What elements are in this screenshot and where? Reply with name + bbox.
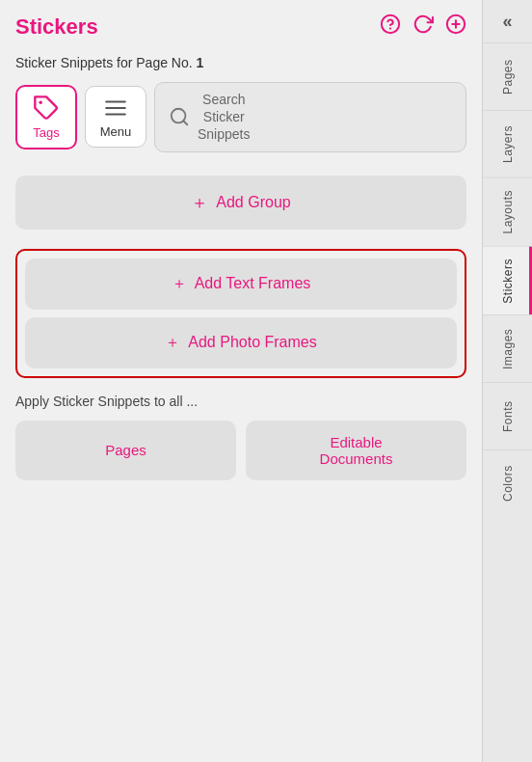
- pages-button[interactable]: Pages: [15, 421, 236, 480]
- main-content: Stickers: [0, 0, 482, 762]
- add-text-frames-plus: ＋: [172, 274, 187, 294]
- add-photo-frames-label: Add Photo Frames: [188, 334, 316, 351]
- editable-line1: Editable: [330, 434, 382, 450]
- add-text-frames-label: Add Text Frames: [195, 275, 311, 292]
- header-icons: [380, 14, 466, 40]
- sidebar-item-pages[interactable]: Pages: [483, 42, 532, 110]
- highlighted-section: ＋ Add Text Frames ＋ Add Photo Frames: [15, 249, 466, 378]
- editable-documents-button[interactable]: Editable Documents: [246, 421, 466, 480]
- sidebar-item-layers[interactable]: Layers: [483, 110, 532, 177]
- refresh-icon[interactable]: [412, 14, 434, 40]
- tags-button[interactable]: Tags: [15, 85, 77, 150]
- add-photo-frames-plus: ＋: [165, 333, 180, 353]
- sidebar-item-fonts[interactable]: Fonts: [483, 382, 532, 449]
- add-group-label: Add Group: [216, 194, 290, 211]
- plus-icon: ＋: [191, 191, 208, 214]
- sidebar-item-images[interactable]: Images: [483, 314, 532, 382]
- add-icon[interactable]: [445, 14, 466, 40]
- add-photo-frames-button[interactable]: ＋ Add Photo Frames: [25, 317, 457, 368]
- sidebar-items: Pages Layers Layouts Stickers Images Fon…: [483, 42, 532, 762]
- menu-label: Menu: [100, 124, 132, 139]
- menu-button[interactable]: Menu: [85, 86, 146, 148]
- add-text-frames-button[interactable]: ＋ Add Text Frames: [25, 259, 457, 310]
- page-subtitle: Sticker Snippets for Page No. 1: [0, 49, 482, 82]
- sidebar-collapse-button[interactable]: «: [483, 0, 532, 42]
- right-sidebar: « Pages Layers Layouts Stickers Images F…: [482, 0, 532, 762]
- svg-line-10: [183, 122, 187, 125]
- page-title: Stickers: [15, 14, 98, 40]
- sidebar-item-layouts[interactable]: Layouts: [483, 177, 532, 246]
- help-icon[interactable]: [380, 14, 401, 40]
- apply-buttons: Pages Editable Documents: [15, 421, 466, 480]
- action-section: ＋ Add Group: [0, 168, 482, 249]
- search-button[interactable]: Search Sticker Snippets: [154, 82, 466, 152]
- editable-line2: Documents: [320, 450, 393, 467]
- toolbar: Tags Menu Search Sticker Snippets: [0, 82, 482, 168]
- tags-label: Tags: [33, 125, 59, 140]
- header: Stickers: [0, 0, 482, 49]
- sidebar-item-stickers[interactable]: Stickers: [483, 246, 532, 315]
- add-group-button[interactable]: ＋ Add Group: [15, 176, 466, 230]
- apply-title: Apply Sticker Snippets to all ...: [15, 394, 466, 409]
- sidebar-item-colors[interactable]: Colors: [483, 449, 532, 517]
- search-label: Search Sticker Snippets: [198, 91, 250, 144]
- apply-section: Apply Sticker Snippets to all ... Pages …: [0, 378, 482, 488]
- collapse-icon: «: [502, 12, 512, 32]
